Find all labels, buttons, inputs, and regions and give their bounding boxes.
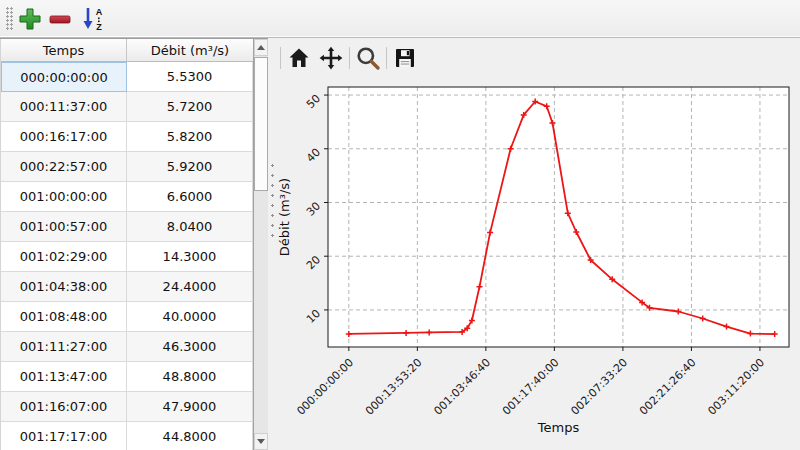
column-header-debit[interactable]: Débit (m³/s): [127, 39, 253, 61]
save-icon: [393, 46, 417, 70]
sort-letter-a: A: [96, 7, 103, 17]
table-row[interactable]: 000:16:17:005.8200: [1, 122, 253, 152]
y-tick-label: 10: [304, 307, 323, 326]
table-cell[interactable]: 24.4000: [127, 272, 253, 302]
table-row[interactable]: 000:22:57:005.9200: [1, 152, 253, 182]
plus-icon: [17, 6, 43, 32]
y-tick-label: 50: [304, 92, 323, 111]
table-cell[interactable]: 001:16:07:00: [1, 392, 127, 422]
x-tick-label: 000:00:00:00: [294, 356, 356, 418]
zoom-icon: [355, 45, 381, 71]
scroll-down-button[interactable]: [254, 433, 268, 450]
add-row-button[interactable]: [15, 4, 45, 34]
table-cell[interactable]: 48.8000: [127, 362, 253, 392]
chart-panel: 000:00:00:00000:13:53:20001:03:46:40001:…: [278, 38, 800, 450]
table-cell[interactable]: 5.7200: [127, 92, 253, 122]
pan-icon: [318, 45, 344, 71]
table-scrollbar[interactable]: [254, 39, 268, 450]
table-cell[interactable]: 001:11:27:00: [1, 332, 127, 362]
remove-row-button[interactable]: [45, 4, 75, 34]
toolbar-separator: [349, 47, 350, 69]
pan-button[interactable]: [316, 43, 346, 73]
toolbar-grip-handle[interactable]: [6, 7, 14, 31]
y-axis-label: Débit (m³/s): [278, 178, 292, 256]
save-button[interactable]: [390, 43, 420, 73]
table-row[interactable]: 001:08:48:0040.0000: [1, 302, 253, 332]
x-tick-label: 000:13:53:20: [363, 356, 425, 418]
x-tick-label: 003:11:20:00: [705, 356, 767, 418]
scroll-up-button[interactable]: [254, 39, 268, 56]
home-icon: [287, 46, 311, 70]
minus-icon: [47, 6, 73, 32]
y-tick-label: 20: [304, 253, 323, 272]
table-cell[interactable]: 001:17:17:00: [1, 422, 127, 450]
x-tick-label: 001:03:46:40: [431, 356, 493, 418]
data-table-panel: Temps Débit (m³/s) 000:00:00:005.5300000…: [0, 38, 268, 450]
table-row[interactable]: 001:16:07:0047.9000: [1, 392, 253, 422]
chart-toolbar: [278, 42, 421, 74]
arrow-down-icon: [257, 439, 265, 444]
table-body: 000:00:00:005.5300000:11:37:005.7200000:…: [1, 62, 253, 450]
table-cell[interactable]: 8.0400: [127, 212, 253, 242]
table-cell[interactable]: 001:08:48:00: [1, 302, 127, 332]
table-row[interactable]: 001:02:29:0014.3000: [1, 242, 253, 272]
x-tick-label: 001:17:40:00: [500, 356, 562, 418]
toolbar-separator: [386, 47, 387, 69]
table-cell[interactable]: 47.9000: [127, 392, 253, 422]
arrow-up-icon: [257, 45, 265, 50]
table-header: Temps Débit (m³/s): [1, 39, 253, 62]
column-header-temps[interactable]: Temps: [1, 39, 127, 61]
table-cell[interactable]: 6.6000: [127, 182, 253, 212]
main-toolbar: A Z: [0, 0, 800, 38]
table-cell[interactable]: 001:02:29:00: [1, 242, 127, 272]
x-tick-label: 002:07:33:20: [568, 356, 630, 418]
home-button[interactable]: [284, 43, 314, 73]
table-cell[interactable]: 001:00:00:00: [1, 182, 127, 212]
table-row[interactable]: 001:13:47:0048.8000: [1, 362, 253, 392]
y-tick-label: 40: [304, 146, 323, 165]
table-row[interactable]: 000:00:00:005.5300: [1, 62, 253, 92]
table-cell[interactable]: 001:13:47:00: [1, 362, 127, 392]
table-row[interactable]: 000:11:37:005.7200: [1, 92, 253, 122]
table-cell[interactable]: 40.0000: [127, 302, 253, 332]
sort-az-button[interactable]: A Z: [78, 4, 108, 34]
sort-az-icon: A Z: [79, 5, 107, 33]
table-cell[interactable]: 44.8000: [127, 422, 253, 450]
x-tick-label: 002:21:26:40: [637, 356, 699, 418]
table-cell[interactable]: 14.3000: [127, 242, 253, 272]
y-tick-label: 30: [304, 199, 323, 218]
scrollbar-thumb[interactable]: [254, 57, 268, 191]
splitter-grip-icon: [271, 164, 275, 240]
table-cell[interactable]: 000:16:17:00: [1, 122, 127, 152]
table-row[interactable]: 001:04:38:0024.4000: [1, 272, 253, 302]
panel-splitter[interactable]: [268, 38, 278, 450]
table-cell[interactable]: 000:11:37:00: [1, 92, 127, 122]
zoom-button[interactable]: [353, 43, 383, 73]
table-row[interactable]: 001:11:27:0046.3000: [1, 332, 253, 362]
table-row[interactable]: 001:00:00:006.6000: [1, 182, 253, 212]
x-axis-label: Temps: [537, 420, 580, 435]
table-row[interactable]: 001:17:17:0044.8000: [1, 422, 253, 450]
table-cell[interactable]: 5.9200: [127, 152, 253, 182]
table-cell[interactable]: 000:00:00:00: [1, 62, 127, 92]
table-cell[interactable]: 46.3000: [127, 332, 253, 362]
plot-area[interactable]: [328, 87, 789, 347]
data-table: Temps Débit (m³/s) 000:00:00:005.5300000…: [0, 39, 254, 450]
table-cell[interactable]: 001:04:38:00: [1, 272, 127, 302]
table-cell[interactable]: 5.5300: [127, 62, 253, 92]
flow-chart-canvas[interactable]: 000:00:00:00000:13:53:20001:03:46:40001:…: [278, 80, 800, 450]
table-cell[interactable]: 001:00:57:00: [1, 212, 127, 242]
sort-letter-z: Z: [96, 22, 102, 32]
table-cell[interactable]: 5.8200: [127, 122, 253, 152]
table-row[interactable]: 001:00:57:008.0400: [1, 212, 253, 242]
table-cell[interactable]: 000:22:57:00: [1, 152, 127, 182]
toolbar-separator: [280, 47, 281, 69]
